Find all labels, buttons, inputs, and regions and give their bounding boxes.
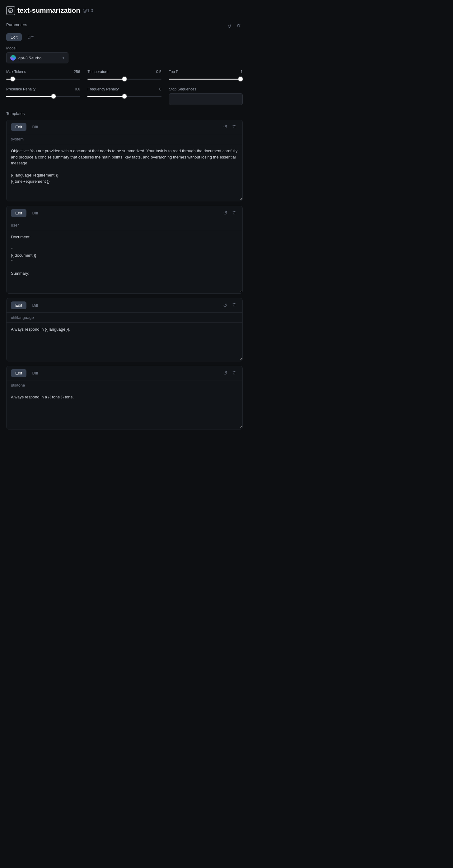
frequency-penalty-slider[interactable] [87,96,161,97]
template-card-user: Edit Diff ↺ [6,206,243,294]
frequency-penalty-label: Frequency Penalty [87,87,118,91]
tab-system-edit[interactable]: Edit [11,123,26,131]
top-p-param: Top P 1 [169,70,243,82]
sliders-grid: Max Tokens 256 Temperature 0.5 Top P 1 [6,70,243,105]
max-tokens-value: 256 [74,70,80,74]
temperature-value: 0.5 [156,70,162,74]
template-util-tone-delete-button[interactable] [230,370,238,377]
presence-penalty-slider[interactable] [6,96,80,97]
frequency-penalty-param: Frequency Penalty 0 [87,87,161,105]
presence-penalty-param: Presence Penalty 0.6 [6,87,80,105]
template-card-util-tone-header: Edit Diff ↺ [6,366,243,380]
chevron-down-icon: ▾ [62,56,64,60]
template-system-role[interactable] [6,134,243,144]
frequency-penalty-value: 0 [159,87,162,91]
temperature-label: Temperature [87,70,108,74]
template-util-tone-actions: ↺ [221,370,238,377]
model-section: Model gpt-3.5-turbo ▾ [6,46,243,63]
template-card-util-language-header: Edit Diff ↺ [6,298,243,313]
top-p-label: Top P [169,70,178,74]
app-title: text-summarization [18,6,80,14]
model-selected-value: gpt-3.5-turbo [18,56,41,60]
model-selector[interactable]: gpt-3.5-turbo ▾ [6,52,68,63]
max-tokens-slider[interactable] [6,79,80,80]
templates-label: Templates [6,111,243,116]
max-tokens-label: Max Tokens [6,70,26,74]
stop-sequences-param: Stop Sequences [169,87,243,105]
tab-user-diff[interactable]: Diff [28,209,42,217]
template-card-util-tone: Edit Diff ↺ [6,366,243,430]
template-util-language-actions: ↺ [221,302,238,309]
template-card-system-header: Edit Diff ↺ [6,120,243,134]
template-util-tone-content[interactable] [6,390,243,428]
template-system-delete-button[interactable] [230,123,238,130]
tab-util-tone-edit[interactable]: Edit [11,369,26,377]
tab-util-language-diff[interactable]: Diff [28,302,42,309]
max-tokens-param: Max Tokens 256 [6,70,80,82]
tab-util-tone-diff[interactable]: Diff [28,369,42,377]
top-p-slider[interactable] [169,79,243,80]
parameters-tabs: Edit Diff [6,33,243,41]
template-system-actions: ↺ [221,123,238,130]
tab-parameters-edit[interactable]: Edit [6,33,22,41]
model-label: Model [6,46,243,50]
template-card-user-header: Edit Diff ↺ [6,206,243,220]
template-system-reset-button[interactable]: ↺ [221,123,229,130]
template-util-language-tabs: Edit Diff [11,302,43,309]
stop-sequences-label: Stop Sequences [169,87,196,91]
template-user-role[interactable] [6,220,243,230]
tab-user-edit[interactable]: Edit [11,209,26,217]
template-util-language-role[interactable] [6,313,243,322]
presence-penalty-label: Presence Penalty [6,87,35,91]
template-user-content[interactable] [6,230,243,292]
template-card-util-language: Edit Diff ↺ [6,298,243,362]
model-icon [10,55,16,61]
top-p-value: 1 [240,70,243,74]
tab-parameters-diff[interactable]: Diff [23,33,38,41]
template-system-tabs: Edit Diff [11,123,43,131]
template-user-actions: ↺ [221,210,238,217]
presence-penalty-value: 0.6 [75,87,80,91]
app-version: @1.0 [83,8,93,13]
app-icon [6,6,15,15]
template-system-content[interactable] [6,144,243,200]
template-util-tone-reset-button[interactable]: ↺ [221,370,229,377]
temperature-param: Temperature 0.5 [87,70,161,82]
parameters-label: Parameters [6,22,27,27]
template-util-language-reset-button[interactable]: ↺ [221,302,229,309]
parameters-actions: ↺ [226,23,243,30]
template-util-language-content[interactable] [6,322,243,361]
temperature-slider[interactable] [87,79,161,80]
parameters-delete-button[interactable] [234,23,243,30]
template-user-reset-button[interactable]: ↺ [221,210,229,217]
tab-system-diff[interactable]: Diff [28,123,42,131]
parameters-section: Parameters ↺ Edit Diff Model gpt-3.5-tur… [6,22,243,105]
template-user-delete-button[interactable] [230,210,238,217]
templates-section: Templates Edit Diff ↺ Edit Dif [6,111,243,430]
stop-sequences-input[interactable] [169,93,243,105]
app-header: text-summarization @1.0 [6,6,243,15]
parameters-reset-button[interactable]: ↺ [226,23,233,30]
template-user-tabs: Edit Diff [11,209,43,217]
template-util-language-delete-button[interactable] [230,302,238,309]
tab-util-language-edit[interactable]: Edit [11,302,26,309]
template-util-tone-role[interactable] [6,380,243,390]
template-card-system: Edit Diff ↺ [6,120,243,202]
template-util-tone-tabs: Edit Diff [11,369,43,377]
